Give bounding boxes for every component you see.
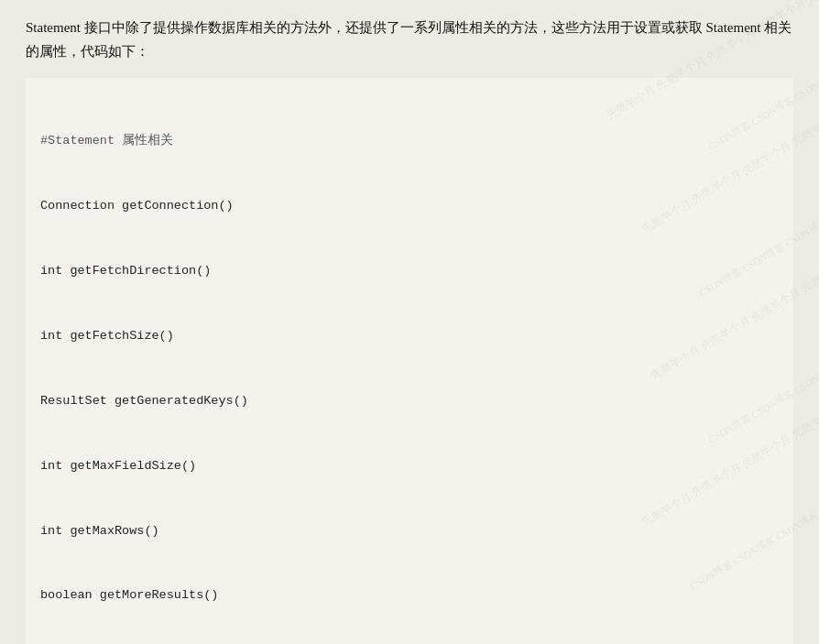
page-container: 先熬半个月 先熬半个月 先熬半个月 先熬半个月 先熬半个月 CSDN博客 CSD… [0, 0, 819, 644]
code-comment: #Statement 属性相关 [40, 130, 779, 152]
code-line-4: int getMaxFieldSize() [40, 455, 779, 477]
code-line-3: ResultSet getGeneratedKeys() [40, 390, 779, 412]
code-line-1: int getFetchDirection() [40, 260, 779, 282]
code-line-0: Connection getConnection() [40, 195, 779, 217]
code-line-2: int getFetchSize() [40, 325, 779, 347]
code-line-5: int getMaxRows() [40, 520, 779, 542]
code-line-6: boolean getMoreResults() [40, 584, 779, 606]
code-block: #Statement 属性相关 Connection getConnection… [26, 78, 793, 644]
intro-paragraph: Statement 接口中除了提供操作数据库相关的方法外，还提供了一系列属性相关… [26, 16, 793, 63]
